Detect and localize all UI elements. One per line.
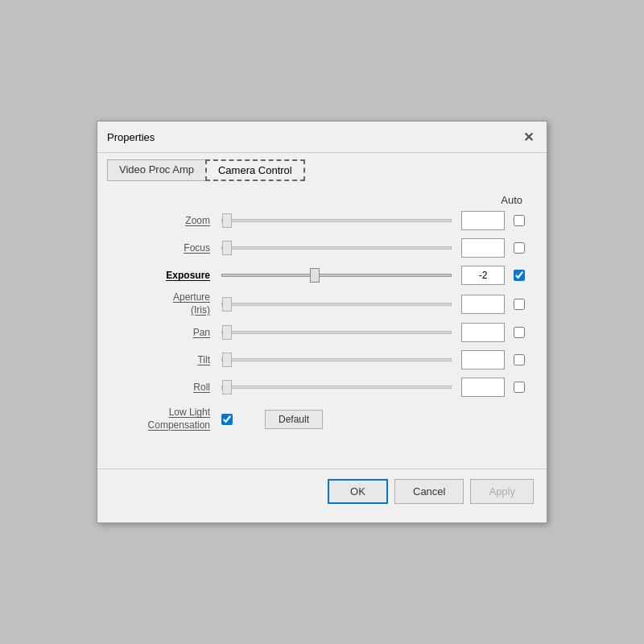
dialog-title: Properties xyxy=(107,131,155,143)
roll-slider[interactable] xyxy=(221,386,452,389)
exposure-slider[interactable] xyxy=(221,274,452,277)
aperture-row: Aperture(Iris) xyxy=(114,291,530,316)
apply-button[interactable]: Apply xyxy=(470,479,534,504)
zoom-auto-cell xyxy=(508,215,530,226)
exposure-row: Exposure -2 xyxy=(114,264,530,287)
exposure-auto-checkbox[interactable] xyxy=(514,270,525,281)
tab-bar: Video Proc Amp Camera Control xyxy=(97,153,547,181)
tilt-label: Tilt xyxy=(114,354,218,365)
default-button[interactable]: Default xyxy=(265,410,323,429)
pan-label: Pan xyxy=(114,327,218,338)
focus-slider[interactable] xyxy=(221,246,452,250)
aperture-value xyxy=(461,295,505,314)
zoom-slider-container xyxy=(218,219,455,222)
focus-slider-container xyxy=(218,246,455,250)
zoom-label: Zoom xyxy=(114,215,218,226)
roll-row: Roll xyxy=(114,376,530,398)
pan-row: Pan xyxy=(114,321,530,344)
tab-content: Auto Zoom Focus Exposure xyxy=(97,181,547,452)
focus-value xyxy=(461,238,505,258)
title-bar: Properties ✕ xyxy=(97,122,547,153)
exposure-label: Exposure xyxy=(114,270,218,281)
ok-button[interactable]: OK xyxy=(328,479,388,504)
properties-dialog: Properties ✕ Video Proc Amp Camera Contr… xyxy=(97,121,547,523)
low-light-checkbox[interactable] xyxy=(221,414,233,425)
exposure-slider-container xyxy=(218,274,455,277)
roll-slider-container xyxy=(218,386,455,389)
tab-camera-control[interactable]: Camera Control xyxy=(205,159,305,181)
cancel-button[interactable]: Cancel xyxy=(394,479,464,504)
roll-label: Roll xyxy=(114,382,218,393)
low-light-row: Low Light Compensation Default xyxy=(114,407,530,431)
pan-auto-checkbox[interactable] xyxy=(514,327,525,338)
zoom-value xyxy=(461,211,505,230)
tilt-value xyxy=(461,350,505,369)
tilt-auto-cell xyxy=(508,354,530,365)
zoom-slider[interactable] xyxy=(221,219,452,222)
low-light-label: Low Light Compensation xyxy=(114,407,218,431)
zoom-row: Zoom xyxy=(114,209,530,232)
tilt-auto-checkbox[interactable] xyxy=(514,354,525,365)
roll-auto-cell xyxy=(508,382,530,393)
dialog-footer: OK Cancel Apply xyxy=(97,469,547,514)
tilt-row: Tilt xyxy=(114,349,530,371)
aperture-auto-cell xyxy=(508,299,530,310)
exposure-auto-cell xyxy=(508,270,530,281)
close-button[interactable]: ✕ xyxy=(519,128,537,146)
aperture-label: Aperture(Iris) xyxy=(114,291,218,316)
tab-video-proc-amp[interactable]: Video Proc Amp xyxy=(107,159,206,181)
roll-value xyxy=(461,378,505,397)
focus-auto-cell xyxy=(508,242,530,254)
pan-value xyxy=(461,323,505,342)
tilt-slider[interactable] xyxy=(221,358,452,361)
aperture-auto-checkbox[interactable] xyxy=(514,299,525,310)
focus-auto-checkbox[interactable] xyxy=(514,242,525,254)
pan-slider-container xyxy=(218,331,455,334)
tilt-slider-container xyxy=(218,358,455,361)
aperture-slider-container xyxy=(218,303,455,306)
auto-column-header: Auto xyxy=(114,194,530,206)
pan-auto-cell xyxy=(508,327,530,338)
zoom-auto-checkbox[interactable] xyxy=(514,215,525,226)
focus-label: Focus xyxy=(114,242,218,254)
focus-row: Focus xyxy=(114,237,530,259)
aperture-slider[interactable] xyxy=(221,303,452,306)
exposure-value: -2 xyxy=(461,266,505,285)
pan-slider[interactable] xyxy=(221,331,452,334)
roll-auto-checkbox[interactable] xyxy=(514,382,525,393)
